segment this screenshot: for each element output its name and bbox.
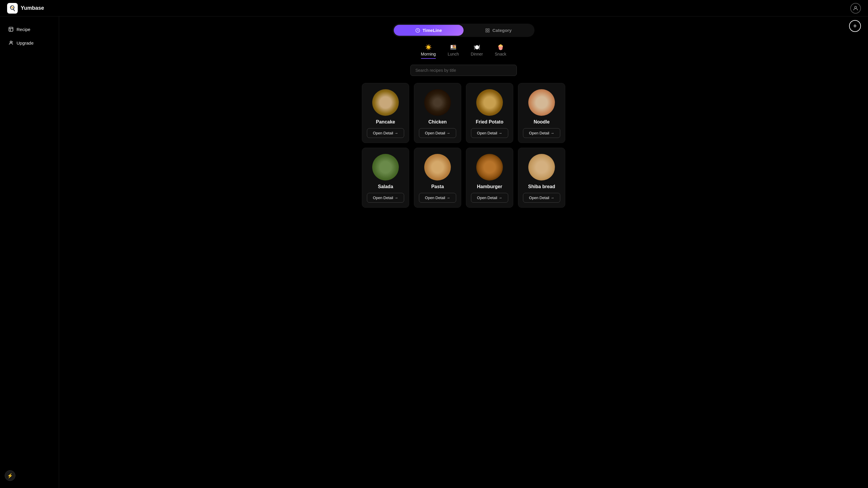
main-content: + TimeLine Category <box>59 17 868 488</box>
layout: Recipe Upgrade ⚡ + <box>0 17 868 488</box>
recipe-card-chicken: Chicken Open Detail → <box>414 83 461 143</box>
recipe-card-salada: Salada Open Detail → <box>362 148 409 208</box>
lightning-icon: ⚡ <box>7 473 13 479</box>
recipe-name-hamburger: Hamburger <box>477 184 502 189</box>
app-title: Yumbase <box>21 5 44 11</box>
open-detail-btn-chicken[interactable]: Open Detail → <box>419 128 456 138</box>
tab-category[interactable]: Category <box>464 25 533 36</box>
recipe-name-fried-potato: Fried Potato <box>476 119 503 125</box>
sidebar-recipe-label: Recipe <box>17 27 30 32</box>
topnav: 🍳 Yumbase <box>0 0 868 17</box>
recipe-image-noodle <box>528 89 555 116</box>
user-avatar[interactable] <box>850 3 861 13</box>
open-detail-btn-fried-potato[interactable]: Open Detail → <box>471 128 508 138</box>
dinner-label: Dinner <box>471 52 483 57</box>
open-detail-btn-pasta[interactable]: Open Detail → <box>419 193 456 203</box>
add-btn-wrapper: + <box>849 20 861 32</box>
recipe-card-pancake: Pancake Open Detail → <box>362 83 409 143</box>
category-icon <box>485 28 490 33</box>
recipe-card-pasta: Pasta Open Detail → <box>414 148 461 208</box>
recipe-card-noodle: Noodle Open Detail → <box>518 83 565 143</box>
app-logo: 🍳 <box>7 3 18 13</box>
open-detail-btn-hamburger[interactable]: Open Detail → <box>471 193 508 203</box>
svg-rect-8 <box>486 29 487 30</box>
recipe-image-chicken <box>424 89 451 116</box>
recipe-name-chicken: Chicken <box>428 119 447 125</box>
snack-icon: 🍿 <box>497 44 504 51</box>
recipe-name-salada: Salada <box>378 184 393 189</box>
tab-timeline[interactable]: TimeLine <box>394 25 464 36</box>
upgrade-icon <box>8 40 13 45</box>
recipe-card-fried-potato: Fried Potato Open Detail → <box>466 83 513 143</box>
sidebar-item-recipe[interactable]: Recipe <box>5 24 54 35</box>
open-detail-btn-pancake[interactable]: Open Detail → <box>367 128 404 138</box>
tab-toggle: TimeLine Category <box>393 24 534 37</box>
morning-icon: ☀️ <box>425 44 432 51</box>
recipe-image-fried-potato <box>476 89 503 116</box>
add-button[interactable]: + <box>849 20 861 32</box>
recipe-card-shiba-bread: Shiba bread Open Detail → <box>518 148 565 208</box>
svg-rect-11 <box>488 31 490 32</box>
sidebar-bottom: ⚡ <box>5 470 16 481</box>
sidebar-upgrade-label: Upgrade <box>17 40 34 45</box>
dinner-icon: 🍽️ <box>474 44 480 51</box>
meal-tab-lunch[interactable]: 🍱 Lunch <box>447 44 459 59</box>
recipe-card-hamburger: Hamburger Open Detail → <box>466 148 513 208</box>
open-detail-btn-salada[interactable]: Open Detail → <box>367 193 404 203</box>
recipe-image-pasta <box>424 154 451 181</box>
open-detail-btn-noodle[interactable]: Open Detail → <box>523 128 560 138</box>
recipe-name-noodle: Noodle <box>534 119 550 125</box>
meal-tab-snack[interactable]: 🍿 Snack <box>495 44 506 59</box>
lunch-label: Lunch <box>447 52 459 57</box>
recipe-icon <box>8 27 13 32</box>
recipe-name-pasta: Pasta <box>431 184 444 189</box>
lightning-button[interactable]: ⚡ <box>5 470 16 481</box>
svg-point-0 <box>855 6 857 8</box>
sidebar-item-upgrade[interactable]: Upgrade <box>5 37 54 48</box>
morning-label: Morning <box>421 52 436 57</box>
recipe-name-pancake: Pancake <box>376 119 395 125</box>
app-logo-icon: 🍳 <box>9 5 16 11</box>
svg-rect-10 <box>486 31 487 32</box>
meal-tab-morning[interactable]: ☀️ Morning <box>421 44 436 59</box>
tab-timeline-label: TimeLine <box>423 28 442 33</box>
recipe-image-hamburger <box>476 154 503 181</box>
tab-category-label: Category <box>492 28 512 33</box>
recipe-name-shiba-bread: Shiba bread <box>528 184 555 189</box>
meal-tab-dinner[interactable]: 🍽️ Dinner <box>471 44 483 59</box>
recipe-image-salada <box>372 154 399 181</box>
lunch-icon: 🍱 <box>450 44 457 51</box>
recipe-image-pancake <box>372 89 399 116</box>
timeline-icon <box>415 28 420 33</box>
snack-label: Snack <box>495 52 506 57</box>
recipe-image-shiba-bread <box>528 154 555 181</box>
open-detail-btn-shiba-bread[interactable]: Open Detail → <box>523 193 560 203</box>
svg-rect-1 <box>9 27 13 31</box>
topnav-left: 🍳 Yumbase <box>7 3 44 13</box>
search-input[interactable] <box>410 65 517 76</box>
recipe-grid: Pancake Open Detail → Chicken Open Detai… <box>362 83 565 208</box>
sidebar: Recipe Upgrade ⚡ <box>0 17 59 488</box>
meal-tabs: ☀️ Morning 🍱 Lunch 🍽️ Dinner 🍿 Snack <box>421 44 506 59</box>
svg-point-4 <box>10 41 12 43</box>
svg-rect-9 <box>488 29 490 30</box>
